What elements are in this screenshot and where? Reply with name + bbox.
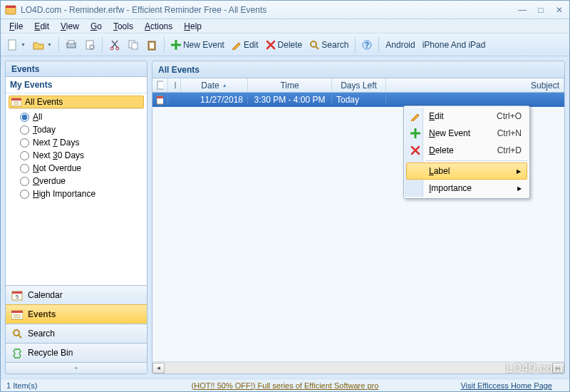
tb-android[interactable]: Android [383,36,418,53]
content-title: All Events [152,61,564,78]
filter-high-importance[interactable]: High Importance [20,187,141,200]
tb-printpreview[interactable] [81,36,98,53]
titlebar: LO4D.com - Reminder.erfw - Efficient Rem… [1,1,569,19]
svg-rect-17 [11,98,21,100]
cell-date: 11/27/2018 [181,95,248,105]
filter-overdue[interactable]: Overdue [20,175,141,187]
tb-edit[interactable]: Edit [229,36,261,53]
col-time[interactable]: Time [248,78,332,92]
filter-today[interactable]: Today [20,123,141,136]
nav-recycle[interactable]: Recycle Bin [6,343,147,362]
nav-events[interactable]: Events [6,304,147,324]
nav-calendar[interactable]: 5 Calendar [6,285,147,304]
main-area: Events My Events All Events All Today Ne… [1,56,569,378]
app-icon [5,4,16,16]
sidebar-nav: 5 Calendar Events Search Recycle Bin » [6,285,147,373]
app-window: LO4D.com - Reminder.erfw - Efficient Rem… [0,0,570,392]
svg-rect-1 [6,6,16,8]
tb-iphone[interactable]: iPhone And iPad [420,36,489,53]
sidebar-header: Events [6,61,147,77]
menu-help[interactable]: Help [180,21,206,32]
cell-days: Today [332,95,386,105]
tb-cut[interactable] [106,36,123,53]
tb-paste[interactable] [143,36,160,53]
tb-copy[interactable] [125,36,142,53]
grid-body[interactable]: 11/27/2018 3:30 PM - 4:00 PM Today EditC… [152,93,564,361]
events-icon [11,97,21,107]
cell-time: 3:30 PM - 4:00 PM [248,95,332,105]
events-grid: Date▲ Time Days Left Subject 11/27/2018 … [152,78,564,373]
menubar: File Edit View Go Tools Actions Help [1,19,569,33]
svg-rect-10 [132,43,138,49]
cross-icon [266,40,276,50]
tb-help[interactable]: ? [359,36,375,53]
table-row[interactable]: 11/27/2018 3:30 PM - 4:00 PM Today [152,93,564,107]
menu-actions[interactable]: Actions [140,21,177,32]
submenu-arrow-icon: ▶ [517,185,527,192]
col-date[interactable]: Date▲ [181,78,248,92]
tb-search[interactable]: Search [306,36,351,53]
ctx-label[interactable]: Label▶ [406,163,527,180]
ctx-delete[interactable]: DeleteCtrl+D [406,142,527,159]
svg-point-27 [14,330,19,336]
plus-icon [410,128,420,138]
filter-all[interactable]: All [20,110,141,123]
statusbars: 1 Item(s) (HOT!! 50% OFF!) Full series o… [1,378,569,391]
col-subject[interactable]: Subject [386,78,564,92]
sort-asc-icon: ▲ [222,83,227,88]
menu-edit[interactable]: Edit [30,21,53,32]
menu-tools[interactable]: Tools [109,21,138,32]
sidebar: Events My Events All Events All Today Ne… [5,61,147,374]
sidebar-collapse[interactable]: » [6,362,147,373]
sidebar-tree: All Events All Today Next 7 Days Next 30… [6,93,147,285]
cross-icon [410,145,420,155]
svg-point-13 [311,41,316,47]
tb-new-event[interactable]: New Event [168,36,227,53]
col-days[interactable]: Days Left [332,78,386,92]
minimize-button[interactable]: — [517,4,528,16]
close-button[interactable]: ✕ [554,4,565,16]
svg-rect-30 [157,96,163,98]
ctx-importance[interactable]: Importance▶ [406,180,527,197]
svg-rect-24 [11,311,23,313]
tb-open[interactable]: ▼ [30,36,55,53]
menu-view[interactable]: View [56,21,83,32]
nav-search[interactable]: Search [6,324,147,343]
status-item-count: 1 Item(s) [6,381,37,390]
paperclip-icon [172,81,176,90]
context-menu: EditCtrl+O New EventCtrl+N DeleteCtrl+D [403,105,530,199]
filter-next30[interactable]: Next 30 Days [20,149,141,162]
events-icon [11,309,23,320]
magnifier-icon [309,40,319,50]
ctx-new-event[interactable]: New EventCtrl+N [406,125,527,142]
status-home-link[interactable]: Visit Efficcess Home Page [460,381,552,390]
filter-next7[interactable]: Next 7 Days [20,136,141,149]
status-promo-link[interactable]: (HOT!! 50% OFF!) Full series of Efficien… [192,381,379,390]
grid-header: Date▲ Time Days Left Subject [152,78,564,93]
content-pane: All Events Date▲ Time Days Left Subject … [152,61,565,374]
svg-rect-2 [9,40,16,50]
tb-new-doc[interactable]: ▼ [4,36,28,53]
recycle-icon [11,347,23,359]
svg-rect-28 [157,81,163,89]
window-title: LO4D.com - Reminder.erfw - Efficient Rem… [21,5,517,15]
maximize-button[interactable]: □ [535,4,546,16]
tb-print[interactable] [63,36,80,53]
tb-delete[interactable]: Delete [263,36,306,53]
filter-not-overdue[interactable]: Not Overdue [20,162,141,175]
horizontal-scrollbar[interactable]: ◄► [152,361,564,373]
ctx-edit[interactable]: EditCtrl+O [406,108,527,125]
pencil-icon [232,40,242,50]
submenu-arrow-icon: ▶ [517,168,527,175]
menu-file[interactable]: File [5,21,27,32]
col-icon[interactable] [152,78,168,92]
menu-go[interactable]: Go [86,21,106,32]
search-icon [11,328,23,339]
calendar-icon: 5 [11,289,23,301]
event-row-icon [157,95,163,105]
sidebar-tree-all-events[interactable]: All Events [9,96,144,108]
col-attachment[interactable] [168,78,181,92]
sidebar-filters: All Today Next 7 Days Next 30 Days Not O… [9,108,144,202]
pencil-icon [410,111,420,121]
sidebar-group-label: My Events [6,77,147,93]
